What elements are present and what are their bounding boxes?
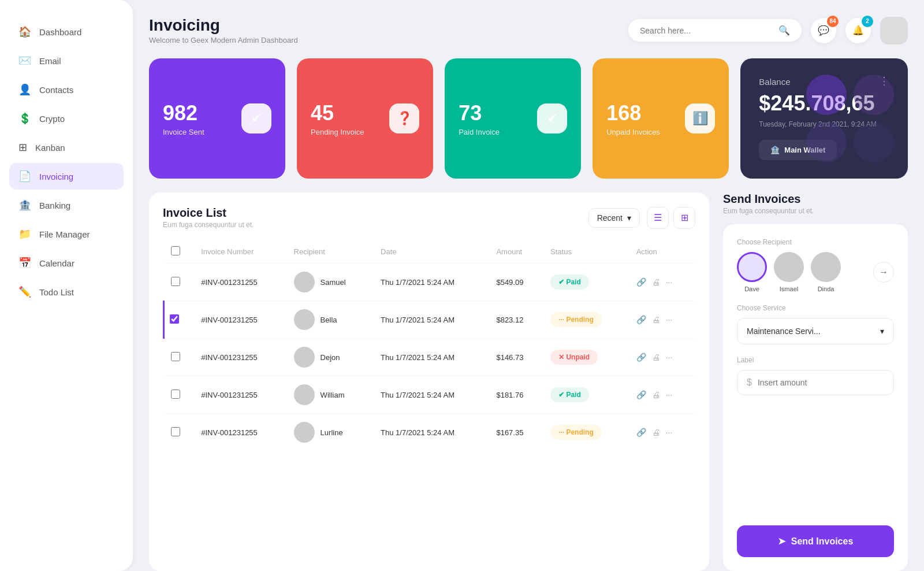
kanban-icon: ⊞	[18, 141, 27, 154]
recipient-avatar-1	[294, 309, 315, 330]
row-checkbox-cell[interactable]	[164, 301, 195, 339]
recipient-name-0: Dave	[744, 286, 759, 292]
recipient-avatar-2	[294, 347, 315, 368]
row-checkbox-cell[interactable]	[164, 339, 195, 376]
bell-notification-btn[interactable]: 🔔 2	[845, 18, 871, 43]
link-icon[interactable]: 🔗	[636, 315, 646, 324]
row-amount: $181.76	[489, 376, 543, 414]
send-panel-header: Send Invoices Eum fuga consequuntur ut e…	[723, 192, 908, 215]
row-date: Thu 1/7/2021 5:24 AM	[374, 339, 489, 376]
header-right: 🔍 💬 84 🔔 2	[628, 17, 908, 45]
list-controls: Recent ▾ ☰ ⊞	[588, 207, 695, 229]
amount-input-wrapper: $	[737, 370, 894, 395]
row-invoice-number: #INV-001231255	[194, 414, 286, 451]
amount-input[interactable]	[758, 378, 884, 387]
more-icon[interactable]: ···	[666, 315, 673, 324]
row-checkbox-1[interactable]	[170, 314, 179, 324]
row-checkbox-0[interactable]	[171, 277, 180, 286]
balance-card: ⋮ Balance $245.708,65 Tuesday, February …	[740, 58, 908, 179]
row-invoice-number: #INV-001231255	[194, 339, 286, 376]
row-checkbox-3[interactable]	[171, 390, 180, 399]
send-icon: ➤	[778, 536, 785, 547]
row-invoice-number: #INV-001231255	[194, 264, 286, 301]
search-input[interactable]	[640, 26, 773, 35]
balance-circle-1	[806, 75, 847, 115]
choose-service-section: Choose Service Maintenance Servi... ▾	[737, 304, 894, 344]
page-title: Invoicing	[149, 16, 298, 35]
dashboard-icon: 🏠	[18, 25, 31, 38]
todo-list-icon: ✏️	[18, 286, 31, 298]
recent-dropdown[interactable]: Recent ▾	[588, 208, 640, 228]
row-invoice-number: #INV-001231255	[194, 301, 286, 339]
recipient-ismael[interactable]: Ismael	[774, 252, 804, 292]
user-avatar[interactable]	[880, 17, 908, 45]
sidebar-item-todo-list[interactable]: ✏️Todo List	[9, 279, 124, 305]
recipients-next-btn[interactable]: →	[873, 262, 894, 283]
sidebar-item-file-manager[interactable]: 📁File Manager	[9, 221, 124, 247]
sidebar-item-banking[interactable]: 🏦Banking	[9, 192, 124, 218]
stat-card-unpaid: 168 Unpaid Invoices ℹ️	[593, 58, 729, 179]
more-icon[interactable]: ···	[666, 277, 673, 287]
view-toggle-btns: ☰ ⊞	[647, 207, 695, 229]
sidebar-item-contacts[interactable]: 👤Contacts	[9, 76, 124, 103]
banking-icon: 🏦	[18, 199, 31, 212]
col-action: Action	[629, 240, 695, 264]
stat-number-unpaid: 168	[606, 101, 660, 125]
stat-label-sent: Invoice Sent	[163, 128, 204, 136]
table-row: #INV-001231255 William Thu 1/7/2021 5:24…	[164, 376, 696, 414]
link-icon[interactable]: 🔗	[636, 390, 646, 399]
recipient-dave[interactable]: Dave	[737, 252, 767, 292]
choose-recipient-section: Choose Recipient DaveIsmaelDinda→	[737, 238, 894, 292]
print-icon[interactable]: 🖨	[652, 428, 660, 437]
grid-view-btn[interactable]: ⊞	[673, 207, 695, 229]
print-icon[interactable]: 🖨	[652, 390, 660, 399]
print-icon[interactable]: 🖨	[652, 315, 660, 324]
link-icon[interactable]: 🔗	[636, 277, 646, 287]
row-date: Thu 1/7/2021 5:24 AM	[374, 414, 489, 451]
more-icon[interactable]: ···	[666, 353, 673, 362]
sidebar-item-kanban[interactable]: ⊞Kanban	[9, 134, 124, 161]
row-checkbox-cell[interactable]	[164, 414, 195, 451]
send-invoices-btn[interactable]: ➤ Send Invoices	[737, 525, 894, 557]
status-badge: ··· Pending	[550, 312, 602, 327]
sidebar-item-invoicing[interactable]: 📄Invoicing	[9, 163, 124, 190]
dollar-icon: $	[747, 377, 752, 388]
recipient-dinda[interactable]: Dinda	[811, 252, 841, 292]
header: Invoicing Welcome to Geex Modern Admin D…	[149, 16, 908, 45]
row-invoice-number: #INV-001231255	[194, 376, 286, 414]
sidebar-item-dashboard[interactable]: 🏠Dashboard	[9, 18, 124, 45]
sidebar-item-calendar[interactable]: 📅Calendar	[9, 250, 124, 276]
search-bar[interactable]: 🔍	[628, 19, 802, 42]
recipient-avatar-circle-2	[811, 252, 841, 282]
email-icon: ✉️	[18, 54, 31, 67]
print-icon[interactable]: 🖨	[652, 353, 660, 362]
link-icon[interactable]: 🔗	[636, 428, 646, 437]
chat-notification-btn[interactable]: 💬 84	[811, 18, 836, 43]
row-amount: $823.12	[489, 301, 543, 339]
status-badge: ✕ Unpaid	[550, 350, 598, 365]
row-status: ··· Pending	[543, 301, 629, 339]
sidebar-item-label: Calendar	[39, 258, 74, 268]
sidebar-item-email[interactable]: ✉️Email	[9, 47, 124, 74]
row-checkbox-cell[interactable]	[164, 264, 195, 301]
link-icon[interactable]: 🔗	[636, 353, 646, 362]
row-checkbox-cell[interactable]	[164, 376, 195, 414]
more-icon[interactable]: ···	[666, 390, 673, 399]
col-recipient: Recipient	[287, 240, 374, 264]
sidebar-item-crypto[interactable]: 💲Crypto	[9, 105, 124, 132]
sidebar-item-label: File Manager	[39, 229, 90, 239]
more-icon[interactable]: ···	[666, 428, 673, 437]
row-checkbox-4[interactable]	[171, 427, 180, 436]
chat-badge: 84	[827, 16, 839, 27]
invoice-table: Invoice Number Recipient Date Amount Sta…	[163, 240, 695, 451]
recipient-name-1: Ismael	[780, 286, 798, 292]
page-subtitle: Welcome to Geex Modern Admin Dashboard	[149, 36, 298, 45]
sidebar-item-label: Todo List	[39, 287, 74, 297]
row-checkbox-2[interactable]	[171, 352, 180, 361]
invoice-list-section: Invoice List Eum fuga consequuntur ut et…	[149, 192, 709, 571]
row-status: ✔ Paid	[543, 376, 629, 414]
list-view-btn[interactable]: ☰	[647, 207, 669, 229]
service-dropdown[interactable]: Maintenance Servi... ▾	[737, 318, 894, 344]
print-icon[interactable]: 🖨	[652, 277, 660, 287]
select-all-checkbox[interactable]	[171, 246, 180, 255]
